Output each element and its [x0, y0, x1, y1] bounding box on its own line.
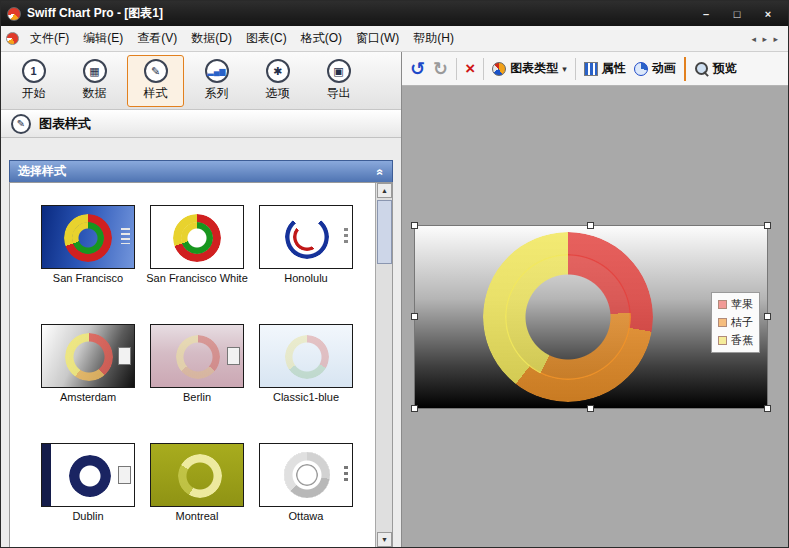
style-thumb-label: Berlin — [183, 391, 211, 403]
thumb-legend-marks — [344, 228, 348, 244]
legend-label: 桔子 — [731, 315, 753, 330]
legend-label: 香蕉 — [731, 333, 753, 348]
preview-button[interactable]: 预览 — [694, 60, 737, 77]
undo-icon[interactable]: ↺ — [410, 60, 425, 78]
section-title: 选择样式 — [18, 163, 66, 180]
style-grid: San Francisco San Francisco White — [38, 205, 356, 522]
style-thumb-dublin[interactable]: Dublin — [38, 443, 138, 522]
style-thumb-ottawa[interactable]: Ottawa — [256, 443, 356, 522]
chart-canvas[interactable]: 苹果 桔子 香蕉 — [402, 86, 788, 548]
thumb-ring-thin — [296, 464, 318, 486]
animation-label: 动画 — [652, 60, 676, 77]
legend-item: 苹果 — [718, 297, 753, 312]
legend-item: 香蕉 — [718, 333, 753, 348]
selection-handle-w[interactable] — [411, 313, 418, 320]
legend-item: 桔子 — [718, 315, 753, 330]
toolbar-overflow-arrows-icon[interactable]: ◂ ▸ ▸ — [751, 34, 783, 44]
panel-grip — [684, 57, 686, 81]
step-start[interactable]: 1 开始 — [5, 55, 62, 107]
panel-header-title: 图表样式 — [39, 115, 91, 133]
style-preview — [41, 324, 135, 388]
donut-ring-inner[interactable] — [505, 254, 631, 380]
style-gallery: San Francisco San Francisco White — [9, 182, 393, 548]
scroll-up-arrow-icon[interactable]: ▲ — [377, 183, 392, 198]
selection-handle-nw[interactable] — [411, 222, 418, 229]
pencil-icon: ✎ — [144, 59, 168, 83]
style-thumb-label: Dublin — [72, 510, 103, 522]
title-bar: Swiff Chart Pro - [图表1] – □ × — [1, 1, 788, 26]
app-icon — [7, 7, 21, 21]
toolbar-separator — [483, 58, 484, 80]
style-preview — [150, 443, 244, 507]
animation-button[interactable]: 动画 — [634, 60, 676, 77]
menu-item-data[interactable]: 数据(D) — [184, 26, 239, 51]
selection-handle-se[interactable] — [764, 405, 771, 412]
selection-handle-s[interactable] — [587, 405, 594, 412]
chart-legend[interactable]: 苹果 桔子 香蕉 — [711, 292, 760, 353]
collapse-chevron-icon[interactable]: « — [374, 168, 388, 175]
style-thumb-classic1-blue[interactable]: Classic1-blue — [256, 324, 356, 403]
bar-chart-icon: ▂▄▆ — [205, 59, 229, 83]
magnifier-icon — [694, 61, 709, 76]
delete-icon[interactable]: × — [465, 60, 475, 77]
selection-handle-ne[interactable] — [764, 222, 771, 229]
step-label: 导出 — [327, 85, 351, 102]
style-thumb-amsterdam[interactable]: Amsterdam — [38, 324, 138, 403]
style-preview — [259, 205, 353, 269]
style-thumb-label: Classic1-blue — [273, 391, 339, 403]
style-thumb-label: San Francisco White — [146, 272, 247, 284]
step-options[interactable]: ✱ 选项 — [249, 55, 306, 107]
legend-swatch-banana — [718, 336, 727, 345]
gear-icon: ✱ — [266, 59, 290, 83]
step-style[interactable]: ✎ 样式 — [127, 55, 184, 107]
step-data[interactable]: ▦ 数据 — [66, 55, 123, 107]
style-thumb-label: Amsterdam — [60, 391, 116, 403]
spacer — [1, 138, 401, 160]
thumb-legend-marks — [121, 228, 130, 244]
thumb-legend-marks — [344, 466, 348, 482]
style-thumb-label: Montreal — [176, 510, 219, 522]
document-icon — [6, 32, 19, 45]
selection-handle-sw[interactable] — [411, 405, 418, 412]
right-panel: ↺ ↻ × 图表类型 ▾ 属性 动画 — [402, 52, 788, 548]
style-thumb-berlin[interactable]: Berlin — [147, 324, 247, 403]
style-thumb-honolulu[interactable]: Honolulu — [256, 205, 356, 284]
main-area: 1 开始 ▦ 数据 ✎ 样式 ▂▄▆ 系列 ✱ 选项 — [1, 52, 788, 548]
thumb-donut — [178, 454, 222, 498]
menu-item-file[interactable]: 文件(F) — [23, 26, 76, 51]
step-label: 选项 — [266, 85, 290, 102]
redo-icon: ↻ — [433, 60, 448, 78]
properties-label: 属性 — [602, 60, 626, 77]
menu-item-chart[interactable]: 图表(C) — [239, 26, 294, 51]
close-button[interactable]: × — [754, 5, 782, 23]
menu-item-format[interactable]: 格式(O) — [294, 26, 349, 51]
chart-type-button[interactable]: 图表类型 ▾ — [492, 60, 567, 77]
menu-item-help[interactable]: 帮助(H) — [406, 26, 461, 51]
legend-swatch-orange — [718, 318, 727, 327]
thumb-legend-box — [118, 466, 131, 484]
scrollbar-thumb[interactable] — [377, 200, 392, 264]
selection-handle-e[interactable] — [764, 313, 771, 320]
properties-button[interactable]: 属性 — [584, 60, 626, 77]
style-thumb-label: San Francisco — [53, 272, 123, 284]
thumb-ring-red — [293, 223, 321, 251]
minimize-button[interactable]: – — [692, 5, 720, 23]
style-thumb-san-francisco[interactable]: San Francisco — [38, 205, 138, 284]
style-thumb-label: Ottawa — [289, 510, 324, 522]
menu-item-window[interactable]: 窗口(W) — [349, 26, 406, 51]
maximize-button[interactable]: □ — [723, 5, 751, 23]
menu-item-edit[interactable]: 编辑(E) — [76, 26, 130, 51]
style-thumb-montreal[interactable]: Montreal — [147, 443, 247, 522]
style-preview — [259, 324, 353, 388]
thumb-donut — [69, 455, 111, 497]
section-header-choose-style[interactable]: 选择样式 « — [9, 160, 393, 182]
selection-handle-n[interactable] — [587, 222, 594, 229]
scroll-down-arrow-icon[interactable]: ▼ — [377, 532, 392, 547]
chart-object[interactable]: 苹果 桔子 香蕉 — [415, 226, 767, 408]
menu-item-view[interactable]: 查看(V) — [130, 26, 184, 51]
style-thumb-san-francisco-white[interactable]: San Francisco White — [147, 205, 247, 284]
pencil-icon: ✎ — [11, 114, 31, 134]
step-export[interactable]: ▣ 导出 — [310, 55, 367, 107]
step-series[interactable]: ▂▄▆ 系列 — [188, 55, 245, 107]
style-gallery-scrollbar[interactable]: ▲ ▼ — [375, 183, 392, 547]
